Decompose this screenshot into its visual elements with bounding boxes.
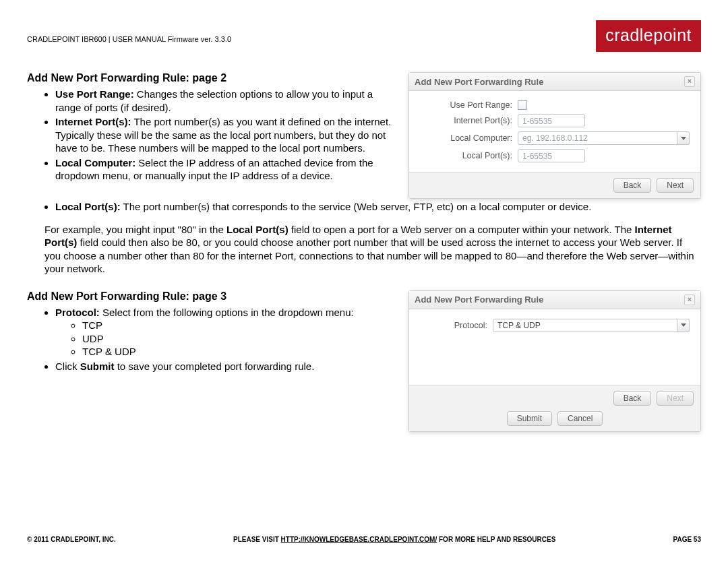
close-icon[interactable]: × (684, 76, 695, 87)
list-item: Local Computer: Select the IP address of… (55, 156, 396, 183)
list-item: Internet Port(s): The port number(s) as … (55, 115, 396, 155)
list-item: TCP (82, 319, 396, 332)
dropdown-local-computer[interactable] (677, 131, 690, 145)
footer-copyright: © 2011 CRADLEPOINT, INC. (27, 536, 116, 543)
back-button[interactable]: Back (613, 391, 652, 406)
select-protocol[interactable]: TCP & UDP (493, 319, 677, 332)
list-item: UDP (82, 332, 396, 346)
input-local-computer[interactable]: eg. 192.168.0.112 (518, 131, 677, 145)
page-header: CRADLEPOINT IBR600 | USER MANUAL Firmwar… (27, 20, 701, 52)
list-item: TCP & UDP (82, 345, 396, 358)
label-use-port-range: Use Port Range: (420, 100, 518, 110)
close-icon[interactable]: × (684, 294, 695, 305)
section2-heading: Add New Port Forwarding Rule: page 3 (27, 290, 396, 303)
section-page3: Add New Port Forwarding Rule: page 3 Pro… (27, 290, 701, 432)
list-item: Use Port Range: Changes the selection op… (55, 88, 396, 114)
dropdown-protocol[interactable] (677, 319, 690, 332)
dialog-titlebar: Add New Port Forwarding Rule × (409, 73, 700, 91)
label-internet-ports: Internet Port(s): (420, 116, 518, 125)
cancel-button[interactable]: Cancel (557, 411, 603, 426)
chevron-down-icon (681, 137, 686, 140)
label-local-computer: Local Computer: (420, 133, 518, 143)
back-button[interactable]: Back (613, 178, 652, 193)
page-footer: © 2011 CRADLEPOINT, INC. PLEASE VISIT HT… (27, 536, 701, 543)
input-local-ports[interactable]: 1-65535 (518, 149, 585, 162)
dialog-port-forwarding-page3: Add New Port Forwarding Rule × Protocol:… (408, 290, 701, 432)
list-item: Click Submit to save your completed port… (55, 360, 396, 373)
list-item: Protocol: Select from the following opti… (55, 306, 396, 358)
example-paragraph: For example, you might input "80" in the… (44, 223, 701, 276)
footer-link[interactable]: HTTP://KNOWLEDGEBASE.CRADLEPOINT.COM/ (281, 536, 437, 543)
dialog-port-forwarding-page2: Add New Port Forwarding Rule × Use Port … (408, 72, 701, 199)
input-internet-ports[interactable]: 1-65535 (518, 114, 585, 127)
doc-meta-line: CRADLEPOINT IBR600 | USER MANUAL Firmwar… (27, 35, 231, 43)
footer-help-text: PLEASE VISIT HTTP://KNOWLEDGEBASE.CRADLE… (233, 536, 555, 543)
label-protocol: Protocol: (420, 321, 493, 330)
dialog-title-text: Add New Port Forwarding Rule (415, 294, 543, 305)
submit-button[interactable]: Submit (507, 411, 552, 426)
section1-list: Use Port Range: Changes the selection op… (27, 88, 396, 183)
section2-list: Protocol: Select from the following opti… (27, 306, 396, 373)
checkbox-use-port-range[interactable] (518, 100, 527, 110)
footer-page-number: PAGE 53 (673, 536, 701, 543)
dialog-titlebar: Add New Port Forwarding Rule × (409, 291, 700, 309)
list-item: Local Port(s): The port number(s) that c… (55, 200, 701, 214)
section1-heading: Add New Port Forwarding Rule: page 2 (27, 72, 396, 84)
chevron-down-icon (681, 323, 686, 327)
next-button[interactable]: Next (657, 178, 694, 193)
section-page2: Add New Port Forwarding Rule: page 2 Use… (27, 72, 701, 199)
label-local-ports: Local Port(s): (420, 151, 518, 160)
cradlepoint-logo: cradlepoint (596, 20, 701, 52)
dialog-title-text: Add New Port Forwarding Rule (415, 77, 543, 87)
next-button[interactable]: Next (657, 391, 694, 406)
